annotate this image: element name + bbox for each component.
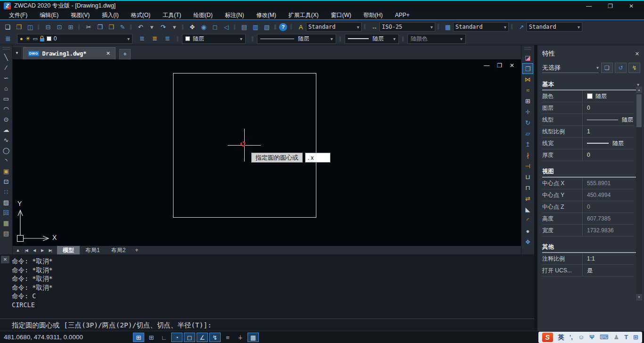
chevron-down-icon[interactable]: ▾ <box>596 65 599 70</box>
chevron-down-icon[interactable]: ▾ <box>393 36 396 41</box>
layout-tab[interactable]: 模型 <box>57 246 80 254</box>
section-header-view[interactable]: 视图 ▾ <box>542 168 639 178</box>
menu-item[interactable]: 文件(F) <box>3 10 33 20</box>
publish-icon[interactable]: ⊞ <box>65 22 76 32</box>
style-select[interactable]: ISO-25 ▾ <box>380 22 435 32</box>
chevron-down-icon[interactable]: ▾ <box>127 36 130 41</box>
style-select[interactable]: Standard ▾ <box>453 22 509 32</box>
design-center-icon[interactable]: ▤ <box>239 22 250 32</box>
model-space-toggle[interactable]: ▦ <box>248 333 259 342</box>
hatch-icon[interactable]: ▨ <box>1 197 12 208</box>
section-header-other[interactable]: 其他 ▾ <box>542 243 639 253</box>
ime-profile-icon[interactable]: ♟ <box>613 334 619 341</box>
scroll-up-icon[interactable]: ▴ <box>636 87 642 93</box>
layout-tab[interactable]: 布局2 <box>106 246 132 254</box>
layer-states-icon[interactable]: ≣ <box>162 33 173 44</box>
polygon-icon[interactable]: ⌂ <box>1 83 12 94</box>
property-value[interactable]: 1 <box>583 128 634 135</box>
menu-item[interactable]: 窗口(W) <box>325 10 357 20</box>
property-value[interactable]: 随层 <box>583 116 634 124</box>
properties-palette-icon[interactable]: ▧ <box>261 22 272 32</box>
property-value[interactable]: 随层 <box>583 92 634 100</box>
mirror-icon[interactable]: ⋈ <box>522 74 533 85</box>
mdi-minimize-icon[interactable]: — <box>484 62 489 69</box>
ime-punct-icon[interactable]: ’, <box>570 334 573 341</box>
chamfer-icon[interactable]: ◣ <box>522 204 533 215</box>
property-value[interactable]: 1732.9836 <box>583 227 634 234</box>
chevron-down-icon[interactable]: ▾ <box>578 24 580 30</box>
menu-item[interactable]: 格式(O) <box>125 10 157 20</box>
ime-lang-icon[interactable]: 英 <box>558 333 564 342</box>
layout-tab[interactable]: 布局1 <box>80 246 106 254</box>
property-value[interactable]: 450.4994 <box>583 192 634 198</box>
select-objects-icon[interactable]: ↺ <box>615 63 627 73</box>
zoom-previous-icon[interactable]: ◁ <box>221 22 232 32</box>
make-block-icon[interactable]: ⊡ <box>1 177 12 187</box>
revcloud-icon[interactable]: ☁ <box>1 125 12 135</box>
properties-scrollbar[interactable]: ▴ ▾ <box>636 87 642 301</box>
new-file-icon[interactable]: ❏ <box>2 22 13 32</box>
close-icon[interactable]: ✕ <box>629 3 634 9</box>
properties-close-icon[interactable]: ✕ <box>635 51 639 57</box>
menu-item[interactable]: 视图(V) <box>65 10 96 20</box>
plot-preview-icon[interactable]: ⊡ <box>54 22 65 32</box>
command-close-icon[interactable]: ✕ <box>1 256 9 263</box>
ellipse-icon[interactable]: ◯ <box>1 146 12 156</box>
quick-properties-toggle[interactable]: ∔ <box>235 333 246 342</box>
menu-item[interactable]: 插入(I) <box>96 10 124 20</box>
lineweight-select[interactable]: 随层 ▾ <box>345 34 399 44</box>
property-value[interactable]: 1:1 <box>583 255 634 262</box>
snap-toggle[interactable]: ⊞ <box>133 333 144 342</box>
layout-nav-button[interactable]: ▶| <box>46 248 54 253</box>
menu-item[interactable]: 标注(N) <box>219 10 250 20</box>
quick-select-icon[interactable]: ↯ <box>628 63 640 73</box>
new-tab-button[interactable]: + <box>119 49 131 59</box>
menu-item[interactable]: 修改(M) <box>250 10 282 20</box>
selection-select[interactable]: 无选择 ▾ <box>542 63 599 73</box>
section-header-basic[interactable]: 基本 ▾ <box>542 81 639 90</box>
polar-toggle[interactable]: ◔ <box>171 333 182 342</box>
arc-icon[interactable]: ◠ <box>1 104 12 114</box>
circle-icon[interactable]: ⊙ <box>1 114 12 125</box>
explode-icon[interactable]: ● <box>522 226 533 237</box>
menu-item[interactable]: APP+ <box>389 10 416 20</box>
mdi-close-icon[interactable]: ✕ <box>510 62 514 69</box>
layout-nav-button[interactable]: ▶ <box>38 248 46 253</box>
zoom-realtime-icon[interactable]: ◉ <box>198 22 209 32</box>
layout-tab[interactable]: + <box>131 246 142 254</box>
style-select[interactable]: Standard ▾ <box>306 22 362 32</box>
line-icon[interactable]: ╲ <box>1 52 12 63</box>
xline-icon[interactable]: ∕ <box>1 63 12 73</box>
menu-item[interactable]: 扩展工具(X) <box>282 10 325 20</box>
plotstyle-select[interactable]: 随颜色 ▾ <box>407 34 466 44</box>
scroll-down-icon[interactable]: ▾ <box>636 294 642 301</box>
rotate-icon[interactable]: ↻ <box>522 117 533 128</box>
sogou-logo-icon[interactable]: S <box>542 333 553 342</box>
color-control-select[interactable]: 随层 ▾ <box>182 34 246 44</box>
linetype-select[interactable]: 随层 ▾ <box>257 34 336 44</box>
offset-icon[interactable]: ≈ <box>522 85 533 96</box>
zoom-window-icon[interactable]: ◻ <box>209 22 221 32</box>
ime-toolbox-icon[interactable]: ⊞ <box>633 334 638 341</box>
copy-clip-icon[interactable]: ❐ <box>94 22 106 32</box>
ime-skin-icon[interactable]: T <box>624 334 628 341</box>
help-icon[interactable]: ? <box>279 23 287 31</box>
layer-select[interactable]: ● ☀ ▭ 0 ▾ <box>17 34 132 44</box>
minimize-icon[interactable]: — <box>586 3 592 9</box>
grid-toggle[interactable]: ⊞ <box>146 333 157 342</box>
menu-item[interactable]: 绘图(D) <box>187 10 219 20</box>
trim-icon[interactable]: ∤ <box>522 150 533 161</box>
ime-mic-icon[interactable]: Ψ <box>589 334 594 341</box>
doc-list-dropdown-icon[interactable]: ▼ <box>13 47 21 59</box>
ime-keyboard-icon[interactable]: ⌨ <box>600 334 609 341</box>
fillet-icon[interactable]: ◜ <box>522 215 533 226</box>
menu-item[interactable]: 编辑(E) <box>33 10 65 20</box>
block-editor-icon[interactable]: ❖ <box>522 237 533 247</box>
undo-icon[interactable]: ↶ <box>135 22 146 32</box>
pickadd-toggle-icon[interactable]: ❏ <box>601 63 613 73</box>
scale-icon[interactable]: ▱ <box>522 128 533 139</box>
layer-manager-icon[interactable]: ≣ <box>2 33 14 44</box>
layer-previous-icon[interactable]: ≣ <box>149 33 161 44</box>
property-value[interactable]: 555.8901 <box>583 180 634 187</box>
command-prompt[interactable]: 指定圆的圆心或 [三点(3P)/两点(2P)/切点、切点、半径(T)]: <box>12 321 212 330</box>
